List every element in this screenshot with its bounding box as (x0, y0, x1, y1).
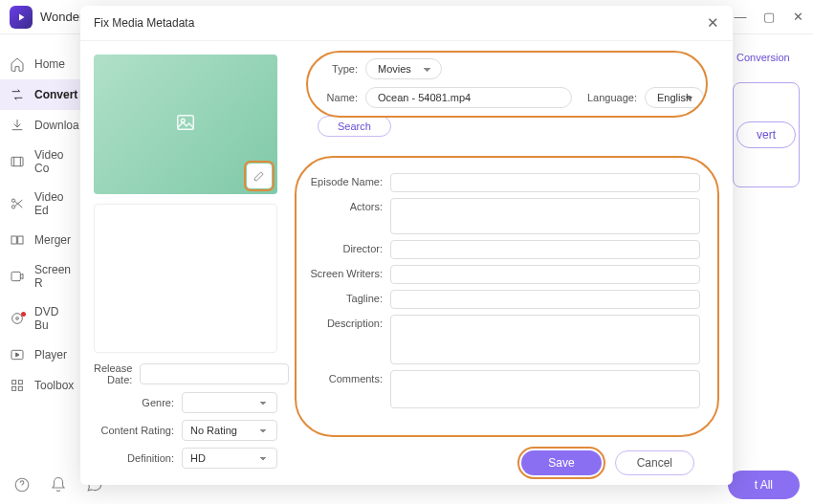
sidebar-item-label: Convert (34, 88, 77, 101)
sidebar-item-player[interactable]: Player (0, 340, 81, 370)
thumbnail-preview (94, 55, 277, 194)
name-input[interactable] (365, 87, 572, 108)
svg-rect-0 (11, 157, 23, 165)
svg-rect-4 (18, 236, 23, 244)
app-name: Wonder (40, 10, 83, 24)
type-select[interactable]: Movies (365, 58, 442, 79)
record-icon (10, 269, 25, 284)
tagline-label: Tagline: (304, 290, 390, 309)
sidebar-item-home[interactable]: Home (0, 49, 81, 79)
sidebar-item-downloader[interactable]: Downloa (0, 110, 81, 141)
home-icon (10, 56, 25, 72)
start-all-button[interactable]: t All (728, 471, 800, 499)
genre-label: Genre: (94, 397, 182, 408)
definition-select[interactable]: HD (182, 448, 277, 469)
convert-card: vert (733, 82, 800, 187)
preview-area (94, 204, 277, 353)
background-panel: Conversion vert (733, 46, 800, 187)
app-logo-icon (10, 6, 33, 29)
sidebar-item-dvd-burner[interactable]: DVD Bu (0, 297, 81, 340)
sidebar-item-toolbox[interactable]: Toolbox (0, 370, 81, 401)
name-label: Name: (310, 92, 358, 103)
svg-rect-3 (11, 236, 16, 244)
svg-rect-9 (12, 381, 16, 384)
notification-dot-icon (21, 312, 26, 317)
cancel-button[interactable]: Cancel (615, 450, 694, 475)
director-label: Director: (304, 240, 390, 259)
sidebar-item-label: Home (34, 57, 65, 71)
compress-icon (10, 154, 25, 169)
release-date-label: Release Date: (94, 362, 140, 385)
svg-rect-11 (12, 386, 16, 390)
comments-input[interactable] (390, 370, 700, 408)
description-label: Description: (304, 315, 390, 364)
edit-thumbnail-button[interactable] (247, 164, 272, 188)
svg-point-2 (11, 206, 14, 208)
save-button[interactable]: Save (521, 450, 601, 475)
search-button[interactable]: Search (318, 116, 391, 137)
svg-point-7 (16, 318, 19, 320)
release-date-input[interactable] (140, 363, 289, 384)
genre-select[interactable] (182, 392, 277, 413)
modal-title: Fix Media Metadata (94, 16, 194, 30)
sidebar-item-video-editor[interactable]: Video Ed (0, 183, 81, 225)
comments-label: Comments: (304, 370, 390, 408)
tab-conversion[interactable]: Conversion (733, 46, 800, 69)
fix-metadata-modal: Fix Media Metadata ✕ Release Date: (80, 6, 733, 485)
play-icon (10, 347, 25, 362)
svg-rect-14 (178, 116, 194, 130)
sidebar-item-label: Toolbox (34, 379, 74, 392)
director-input[interactable] (390, 240, 700, 259)
help-icon[interactable] (13, 476, 31, 493)
window-maximize-button[interactable]: ▢ (763, 11, 775, 23)
grid-icon (10, 378, 25, 393)
sidebar-item-label: Video Ed (34, 190, 72, 217)
content-rating-label: Content Rating: (94, 425, 182, 436)
sidebar-item-merger[interactable]: Merger (0, 225, 81, 255)
svg-rect-10 (18, 381, 22, 384)
window-minimize-button[interactable]: — (735, 11, 746, 23)
convert-button-bg[interactable]: vert (736, 121, 796, 148)
convert-icon (10, 87, 25, 102)
content-rating-select[interactable]: No Rating (182, 420, 277, 441)
svg-point-1 (11, 199, 14, 202)
sidebar-item-label: Player (34, 348, 67, 362)
bell-icon[interactable] (50, 476, 67, 493)
svg-rect-12 (18, 386, 22, 390)
sidebar-item-video-compressor[interactable]: Video Co (0, 141, 81, 183)
sidebar-item-label: Video Co (34, 148, 72, 175)
sidebar-item-label: Merger (34, 233, 71, 247)
sidebar-item-label: DVD Bu (34, 305, 72, 332)
image-placeholder-icon (175, 112, 196, 137)
definition-label: Definition: (94, 452, 182, 464)
sidebar-item-converter[interactable]: Convert (0, 79, 81, 110)
sidebar-item-label: Downloa (34, 119, 79, 132)
screen-writers-input[interactable] (390, 265, 700, 284)
actors-label: Actors: (304, 198, 390, 234)
type-label: Type: (310, 63, 358, 75)
screen-writers-label: Screen Writers: (304, 265, 390, 284)
language-select[interactable]: English (645, 87, 704, 108)
sidebar: Home Convert Downloa Video Co Video Ed M… (0, 34, 81, 466)
sidebar-item-label: Screen R (34, 263, 72, 290)
episode-name-label: Episode Name: (304, 173, 390, 192)
language-label: Language: (587, 92, 637, 103)
merge-icon (10, 232, 25, 248)
actors-input[interactable] (390, 198, 700, 234)
download-icon (10, 118, 25, 133)
scissors-icon (10, 196, 25, 211)
svg-rect-5 (11, 272, 20, 280)
episode-name-input[interactable] (390, 173, 700, 192)
modal-close-button[interactable]: ✕ (707, 14, 719, 32)
description-input[interactable] (390, 315, 700, 364)
sidebar-item-screen-recorder[interactable]: Screen R (0, 255, 81, 297)
window-close-button[interactable]: ✕ (792, 11, 803, 23)
tagline-input[interactable] (390, 290, 700, 309)
